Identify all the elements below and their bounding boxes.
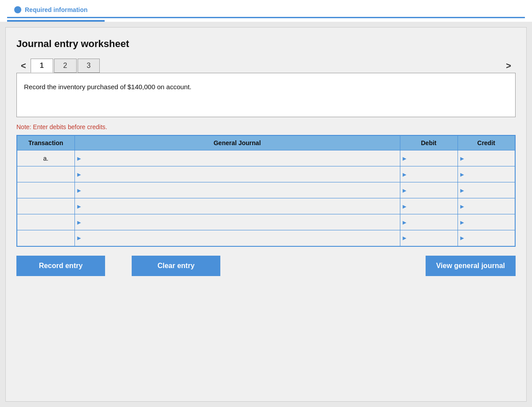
journal-input-5[interactable] bbox=[83, 214, 399, 230]
journal-cell-6[interactable]: ► bbox=[74, 230, 400, 246]
journal-input-4[interactable] bbox=[83, 198, 399, 214]
journal-cell-5[interactable]: ► bbox=[74, 214, 400, 230]
debit-input-2[interactable] bbox=[409, 166, 457, 182]
table-row: ► ► ► bbox=[17, 230, 515, 246]
note-text: Note: Enter debits before credits. bbox=[16, 123, 516, 130]
credit-input-1[interactable] bbox=[466, 150, 515, 166]
transaction-cell-4 bbox=[17, 198, 74, 214]
journal-cell-2[interactable]: ► bbox=[74, 166, 400, 182]
cell-arrow-icon: ► bbox=[400, 219, 409, 226]
header-general-journal: General Journal bbox=[74, 135, 400, 150]
main-container: Journal entry worksheet < 1 2 3 > Record… bbox=[5, 27, 527, 402]
cell-arrow-icon: ► bbox=[75, 203, 84, 210]
header-transaction: Transaction bbox=[17, 135, 74, 150]
cell-arrow-icon: ► bbox=[400, 155, 409, 162]
table-row: ► ► ► bbox=[17, 166, 515, 182]
journal-input-3[interactable] bbox=[83, 182, 399, 198]
header-debit: Debit bbox=[400, 135, 458, 150]
cell-arrow-icon: ► bbox=[75, 171, 84, 178]
top-bar: Required information bbox=[7, 3, 525, 18]
cell-arrow-icon: ► bbox=[400, 234, 409, 241]
debit-input-3[interactable] bbox=[409, 182, 457, 198]
debit-input-5[interactable] bbox=[409, 214, 457, 230]
credit-cell-1[interactable]: ► bbox=[458, 150, 515, 166]
cell-arrow-icon: ► bbox=[400, 203, 409, 210]
cell-arrow-icon: ► bbox=[75, 219, 84, 226]
debit-input-1[interactable] bbox=[409, 150, 457, 166]
journal-input-2[interactable] bbox=[83, 166, 399, 182]
cell-arrow-icon: ► bbox=[75, 155, 84, 162]
tab-3[interactable]: 3 bbox=[78, 59, 100, 73]
cell-arrow-icon: ► bbox=[458, 234, 467, 241]
debit-input-6[interactable] bbox=[409, 230, 457, 246]
cell-arrow-icon: ► bbox=[75, 234, 84, 241]
debit-cell-4[interactable]: ► bbox=[400, 198, 458, 214]
cell-arrow-icon: ► bbox=[458, 219, 467, 226]
cell-arrow-icon: ► bbox=[75, 187, 84, 194]
credit-cell-3[interactable]: ► bbox=[458, 182, 515, 198]
transaction-cell-2 bbox=[17, 166, 74, 182]
credit-input-3[interactable] bbox=[466, 182, 515, 198]
credit-input-5[interactable] bbox=[466, 214, 515, 230]
credit-input-2[interactable] bbox=[466, 166, 515, 182]
top-bar-accent-line bbox=[7, 20, 105, 22]
cell-arrow-icon: ► bbox=[400, 187, 409, 194]
credit-cell-5[interactable]: ► bbox=[458, 214, 515, 230]
clear-entry-button[interactable]: Clear entry bbox=[132, 256, 220, 276]
cell-arrow-icon: ► bbox=[400, 171, 409, 178]
tab-2[interactable]: 2 bbox=[54, 59, 77, 73]
cell-arrow-icon: ► bbox=[458, 203, 467, 210]
top-section: Required information bbox=[0, 0, 532, 22]
debit-cell-5[interactable]: ► bbox=[400, 214, 458, 230]
required-info-label: Required information bbox=[25, 6, 88, 13]
tab-1[interactable]: 1 bbox=[31, 59, 53, 73]
next-arrow[interactable]: > bbox=[501, 59, 516, 73]
cell-arrow-icon: ► bbox=[458, 187, 467, 194]
page-title: Journal entry worksheet bbox=[16, 38, 516, 50]
debit-cell-2[interactable]: ► bbox=[400, 166, 458, 182]
journal-cell-4[interactable]: ► bbox=[74, 198, 400, 214]
table-row: ► ► ► bbox=[17, 182, 515, 198]
debit-cell-6[interactable]: ► bbox=[400, 230, 458, 246]
header-credit: Credit bbox=[458, 135, 515, 150]
journal-input-1[interactable] bbox=[83, 150, 399, 166]
journal-input-6[interactable] bbox=[83, 230, 399, 246]
table-row: ► ► ► bbox=[17, 198, 515, 214]
credit-cell-6[interactable]: ► bbox=[458, 230, 515, 246]
transaction-cell-6 bbox=[17, 230, 74, 246]
instruction-text: Record the inventory purchased of $140,0… bbox=[24, 83, 192, 91]
transaction-cell-1: a. bbox=[17, 150, 74, 166]
debit-cell-1[interactable]: ► bbox=[400, 150, 458, 166]
transaction-cell-5 bbox=[17, 214, 74, 230]
table-row: ► ► ► bbox=[17, 214, 515, 230]
credit-cell-2[interactable]: ► bbox=[458, 166, 515, 182]
buttons-row: Record entry Clear entry View general jo… bbox=[16, 256, 516, 276]
tabs-nav: 1 2 3 bbox=[31, 59, 101, 73]
credit-cell-4[interactable]: ► bbox=[458, 198, 515, 214]
table-row: a. ► ► ► bbox=[17, 150, 515, 166]
journal-table: Transaction General Journal Debit Credit… bbox=[16, 135, 516, 247]
journal-cell-3[interactable]: ► bbox=[74, 182, 400, 198]
credit-input-4[interactable] bbox=[466, 198, 515, 214]
journal-cell-1[interactable]: ► bbox=[74, 150, 400, 166]
view-general-journal-button[interactable]: View general journal bbox=[426, 256, 516, 276]
cell-arrow-icon: ► bbox=[458, 155, 467, 162]
transaction-cell-3 bbox=[17, 182, 74, 198]
instruction-box: Record the inventory purchased of $140,0… bbox=[16, 73, 516, 117]
prev-arrow[interactable]: < bbox=[16, 59, 31, 73]
cell-arrow-icon: ► bbox=[458, 171, 467, 178]
info-icon bbox=[14, 6, 21, 13]
record-entry-button[interactable]: Record entry bbox=[16, 256, 105, 276]
debit-input-4[interactable] bbox=[409, 198, 457, 214]
credit-input-6[interactable] bbox=[466, 230, 515, 246]
debit-cell-3[interactable]: ► bbox=[400, 182, 458, 198]
